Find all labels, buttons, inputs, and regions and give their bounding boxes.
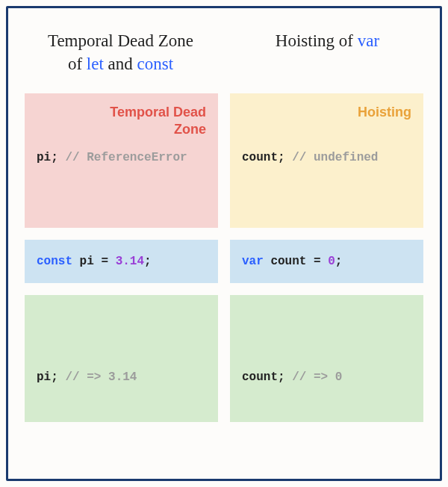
code-count-assign: count =: [264, 255, 328, 268]
header-right: Hoisting of var: [231, 29, 423, 75]
code-pi-after: pi; // => 3.14: [37, 370, 137, 384]
code-count-ref2: count;: [242, 370, 285, 384]
tdz-label-line1: Temporal Dead: [110, 105, 206, 120]
header-left: Temporal Dead Zone of let and const: [25, 29, 217, 75]
row-declaration: const pi = 3.14; var count = 0;: [25, 240, 423, 283]
cell-count-after: count; // => 0: [230, 295, 423, 422]
code-var-decl: var count = 0;: [242, 255, 342, 268]
comment-reference-error: // ReferenceError: [58, 151, 187, 164]
code-count-ref: count;: [242, 151, 285, 164]
cell-pi-after: pi; // => 3.14: [25, 295, 218, 422]
header-right-text: Hoisting of: [276, 31, 358, 50]
code-pi-ref2: pi;: [37, 370, 58, 384]
literal-zero: 0: [328, 255, 335, 268]
code-hoist-before: count; // undefined: [242, 151, 411, 164]
row-before-declaration: Temporal Dead Zone pi; // ReferenceError…: [25, 93, 423, 228]
code-const-decl: const pi = 3.14;: [37, 255, 152, 268]
code-pi-assign: pi =: [72, 255, 116, 268]
hoisting-label: Hoisting: [242, 104, 411, 121]
cell-tdz-before: Temporal Dead Zone pi; // ReferenceError: [25, 93, 218, 228]
header-left-of: of: [68, 55, 87, 73]
keyword-var-title: var: [358, 31, 379, 50]
tdz-label-line2: Zone: [174, 122, 206, 137]
code-count-after: count; // => 0: [242, 370, 342, 384]
comment-count-value: // => 0: [285, 370, 343, 384]
header-left-line1: Temporal Dead Zone: [48, 31, 193, 50]
tdz-label: Temporal Dead Zone: [37, 104, 206, 137]
code-pi-ref: pi;: [37, 151, 58, 164]
literal-pi: 3.14: [116, 255, 144, 268]
keyword-const-code: const: [37, 255, 72, 268]
diagram-frame: Temporal Dead Zone of let and const Hois…: [6, 6, 442, 481]
comment-undefined: // undefined: [285, 151, 379, 164]
code-tdz-before: pi; // ReferenceError: [37, 151, 206, 164]
cell-const-declaration: const pi = 3.14;: [25, 240, 218, 283]
keyword-const: const: [137, 55, 174, 73]
keyword-let: let: [87, 55, 104, 73]
comment-pi-value: // => 3.14: [58, 370, 137, 384]
cell-hoist-before: Hoisting count; // undefined: [230, 93, 423, 228]
keyword-var-code: var: [242, 255, 264, 268]
code-semi-right: ;: [335, 255, 343, 268]
cell-var-declaration: var count = 0;: [230, 240, 423, 283]
row-after-declaration: pi; // => 3.14 count; // => 0: [25, 295, 423, 422]
grid: Temporal Dead Zone pi; // ReferenceError…: [25, 93, 423, 462]
header-left-and: and: [104, 55, 137, 73]
code-semi-left: ;: [144, 255, 152, 268]
header-row: Temporal Dead Zone of let and const Hois…: [25, 29, 423, 75]
